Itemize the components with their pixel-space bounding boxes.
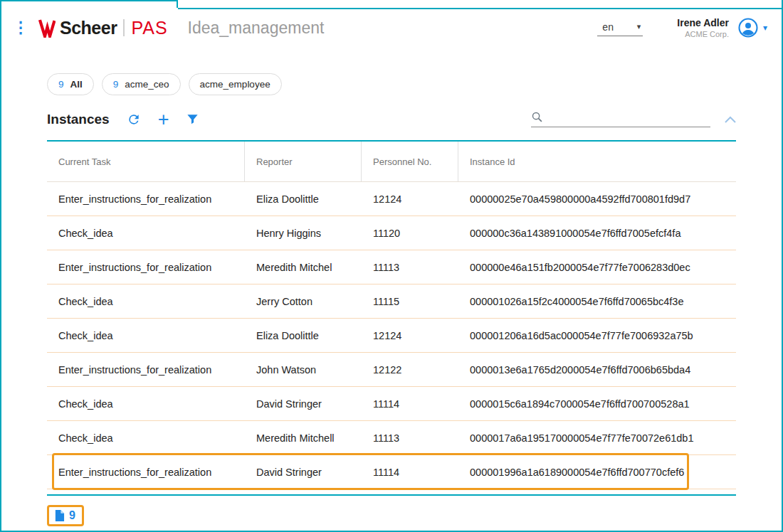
table-row[interactable]: Enter_instructions_for_realization Eliza… bbox=[47, 182, 736, 216]
filter-chip[interactable]: 9 All bbox=[47, 73, 94, 95]
cell-instance-id: 000000e46a151fb2000054e7f77fe7006283d0ec bbox=[458, 262, 736, 273]
cell-personnel-no: 12124 bbox=[362, 330, 458, 341]
cell-current-task: Check_idea bbox=[47, 296, 245, 307]
cell-current-task: Check_idea bbox=[47, 398, 245, 410]
avatar-icon[interactable] bbox=[737, 17, 759, 38]
cell-current-task: Check_idea bbox=[47, 432, 245, 444]
table-row[interactable]: Enter_instructions_for_realization Mered… bbox=[47, 250, 736, 284]
chip-label: acme_ceo bbox=[125, 79, 169, 90]
cell-current-task: Enter_instructions_for_realization bbox=[47, 467, 245, 478]
table-header-row: Current Task Reporter Personnel No. Inst… bbox=[47, 142, 736, 182]
refresh-icon[interactable] bbox=[127, 112, 141, 127]
user-info: Irene Adler ACME Corp. bbox=[677, 17, 729, 38]
cell-reporter: Jerry Cotton bbox=[245, 296, 362, 307]
cell-instance-id: 000001206a16d5ac000054e7f77fe7006932a75b bbox=[458, 330, 736, 341]
table-row[interactable]: Check_idea Jerry Cotton 11115 000001026a… bbox=[47, 284, 736, 319]
window-tab bbox=[1, 0, 178, 8]
section-title: Instances bbox=[47, 112, 110, 127]
table-row[interactable]: Enter_instructions_for_realization David… bbox=[47, 455, 736, 489]
cell-personnel-no: 11114 bbox=[362, 398, 458, 410]
column-header-personnel-no[interactable]: Personnel No. bbox=[362, 142, 458, 181]
chip-count: 9 bbox=[113, 79, 119, 90]
search-icon bbox=[531, 111, 543, 123]
window-top-border bbox=[178, 8, 782, 9]
cell-current-task: Check_idea bbox=[47, 330, 245, 341]
cell-instance-id: 0000013e6a1765d2000054e7f6ffd7006b65bda4 bbox=[458, 364, 736, 376]
cell-reporter: David Stringer bbox=[245, 398, 362, 410]
chip-label: All bbox=[70, 79, 83, 90]
user-company: ACME Corp. bbox=[677, 30, 729, 38]
cell-reporter: Henry Higgins bbox=[245, 228, 362, 239]
chip-count: 9 bbox=[58, 79, 64, 90]
cell-reporter: Eliza Doolittle bbox=[245, 330, 362, 341]
cell-reporter: John Watson bbox=[245, 364, 362, 376]
cell-current-task: Enter_instructions_for_realization bbox=[47, 193, 245, 205]
cell-personnel-no: 11113 bbox=[362, 262, 458, 273]
collapse-icon[interactable] bbox=[725, 116, 736, 123]
cell-instance-id: 000000c36a143891000054e7f6ffd7005efcf4fa bbox=[458, 228, 736, 239]
table-row[interactable]: Check_idea Eliza Doolittle 12124 0000012… bbox=[47, 319, 736, 353]
cell-current-task: Enter_instructions_for_realization bbox=[47, 364, 245, 376]
cell-instance-id: 00000025e70a459800000a4592ffd700801fd9d7 bbox=[458, 193, 736, 205]
filter-chip[interactable]: acme_employee bbox=[189, 73, 282, 95]
cell-personnel-no: 11113 bbox=[362, 432, 458, 444]
page-title: Idea_management bbox=[188, 18, 325, 38]
chevron-down-icon: ▾ bbox=[637, 23, 641, 31]
app-window: ⋮ Scheer PAS Idea_management en ▾ Irene … bbox=[0, 0, 783, 532]
brand-name: Scheer bbox=[60, 18, 117, 38]
scheer-logo-icon bbox=[38, 18, 56, 38]
table-row[interactable]: Check_idea Henry Higgins 11120 000000c36… bbox=[47, 216, 736, 250]
cell-personnel-no: 11120 bbox=[362, 228, 458, 239]
table-body: Enter_instructions_for_realization Eliza… bbox=[47, 182, 736, 489]
brand-logo: Scheer PAS bbox=[38, 18, 168, 38]
filter-chip-bar: 9 All 9 acme_ceo acme_employee bbox=[47, 73, 782, 95]
cell-personnel-no: 11115 bbox=[362, 296, 458, 307]
brand-divider bbox=[123, 19, 125, 36]
chip-label: acme_employee bbox=[200, 79, 270, 90]
column-header-reporter[interactable]: Reporter bbox=[245, 142, 362, 181]
language-select[interactable]: en ▾ bbox=[597, 20, 643, 36]
instances-toolbar: Instances + bbox=[47, 111, 736, 127]
cell-reporter: Eliza Doolittle bbox=[245, 193, 362, 205]
cell-instance-id: 000001996a1a6189000054e7f6ffd700770cfef6 bbox=[458, 467, 736, 478]
search-field[interactable] bbox=[531, 111, 710, 127]
cell-instance-id: 000001026a15f2c4000054e7f6ffd70065bc4f3e bbox=[458, 296, 736, 307]
cell-personnel-no: 11114 bbox=[362, 467, 458, 478]
language-value: en bbox=[602, 21, 614, 33]
page-count-indicator[interactable]: 9 bbox=[47, 505, 84, 526]
user-menu-caret-icon[interactable]: ▾ bbox=[763, 23, 767, 33]
cell-current-task: Check_idea bbox=[47, 228, 245, 239]
filter-icon[interactable] bbox=[186, 112, 199, 126]
cell-personnel-no: 12122 bbox=[362, 364, 458, 376]
document-count-icon bbox=[54, 509, 65, 522]
cell-instance-id: 0000017a6a195170000054e7f77fe70072e61db1 bbox=[458, 432, 736, 444]
filter-chip[interactable]: 9 acme_ceo bbox=[102, 73, 181, 95]
cell-instance-id: 0000015c6a1894c7000054e7f6ffd700700528a1 bbox=[458, 398, 736, 410]
brand-product: PAS bbox=[131, 18, 167, 38]
cell-reporter: Meredith Mitchel bbox=[245, 262, 362, 273]
column-header-current-task[interactable]: Current Task bbox=[47, 142, 245, 181]
instances-table: Current Task Reporter Personnel No. Inst… bbox=[47, 140, 736, 496]
search-input[interactable] bbox=[548, 112, 710, 123]
table-row[interactable]: Check_idea David Stringer 11114 0000015c… bbox=[47, 387, 736, 421]
app-header: ⋮ Scheer PAS Idea_management en ▾ Irene … bbox=[1, 9, 782, 46]
page-count-value: 9 bbox=[69, 509, 75, 522]
cell-current-task: Enter_instructions_for_realization bbox=[47, 262, 245, 273]
column-header-instance-id[interactable]: Instance Id bbox=[458, 142, 736, 181]
table-row[interactable]: Enter_instructions_for_realization John … bbox=[47, 353, 736, 387]
cell-reporter: David Stringer bbox=[245, 467, 362, 478]
cell-reporter: Meredith Mitchell bbox=[245, 432, 362, 444]
menu-icon[interactable]: ⋮ bbox=[11, 20, 30, 36]
user-name: Irene Adler bbox=[677, 17, 729, 28]
add-icon[interactable]: + bbox=[158, 112, 169, 127]
cell-personnel-no: 12124 bbox=[362, 193, 458, 205]
table-row[interactable]: Check_idea Meredith Mitchell 11113 00000… bbox=[47, 421, 736, 455]
